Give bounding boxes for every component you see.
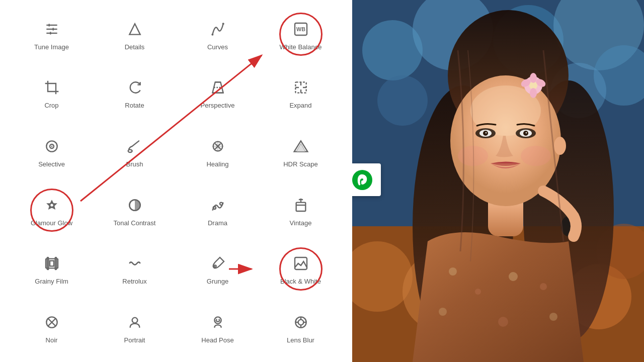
- grunge-label: Grunge: [207, 278, 228, 286]
- lens-blur-icon: [290, 311, 312, 333]
- drama-label: Drama: [208, 219, 227, 227]
- tune-image-label: Tune Image: [34, 43, 69, 51]
- details-icon: [124, 18, 146, 40]
- svg-point-97: [352, 170, 372, 190]
- svg-rect-5: [50, 32, 51, 34]
- tool-selective[interactable]: Selective: [10, 122, 93, 181]
- svg-point-43: [298, 320, 303, 325]
- svg-point-78: [486, 132, 487, 134]
- drama-icon: [207, 194, 229, 216]
- glamour-glow-label: Glamour Glow: [31, 219, 72, 227]
- svg-point-39: [214, 317, 221, 323]
- evernote-icon: [352, 167, 375, 193]
- svg-point-93: [439, 308, 447, 316]
- tool-curves[interactable]: Curves: [176, 5, 259, 64]
- tool-drama[interactable]: Drama: [176, 181, 259, 240]
- svg-point-19: [128, 150, 132, 152]
- svg-point-7: [211, 33, 213, 35]
- healing-icon: [207, 135, 229, 157]
- svg-point-92: [540, 283, 547, 290]
- brush-icon: [124, 135, 146, 157]
- perspective-icon: [207, 76, 229, 99]
- svg-point-79: [526, 132, 527, 134]
- tool-perspective[interactable]: Perspective: [176, 64, 259, 123]
- curves-icon: [207, 18, 229, 40]
- hdr-scape-icon: [290, 135, 312, 157]
- tool-grunge[interactable]: Grunge: [176, 240, 259, 299]
- tools-grid: Tune Image Details Curves WB White: [0, 0, 352, 362]
- svg-point-91: [509, 272, 518, 281]
- expand-icon: [290, 76, 312, 99]
- svg-point-27: [213, 206, 215, 209]
- svg-point-89: [449, 267, 457, 276]
- tool-noir[interactable]: Noir: [10, 298, 93, 357]
- svg-marker-6: [129, 24, 140, 34]
- black-white-icon: [290, 252, 312, 275]
- selective-icon: [41, 135, 63, 157]
- tool-grainy-film[interactable]: Grainy Film: [10, 240, 93, 299]
- tool-brush[interactable]: Brush: [93, 122, 176, 181]
- svg-point-28: [220, 202, 222, 205]
- brush-label: Brush: [126, 160, 143, 168]
- svg-point-81: [521, 146, 551, 166]
- svg-point-40: [216, 319, 217, 320]
- svg-point-88: [530, 88, 537, 98]
- tool-black-white[interactable]: Black & White: [259, 240, 342, 299]
- tool-expand[interactable]: Expand: [259, 64, 342, 123]
- svg-point-8: [222, 23, 224, 25]
- left-panel: Tune Image Details Curves WB White: [0, 0, 352, 362]
- svg-point-18: [51, 146, 52, 147]
- svg-point-82: [554, 137, 566, 155]
- photo-svg: [352, 0, 644, 362]
- tool-glamour-glow[interactable]: Glamour Glow: [10, 181, 93, 240]
- svg-point-38: [132, 318, 137, 323]
- tool-healing[interactable]: Healing: [176, 122, 259, 181]
- rotate-label: Rotate: [125, 102, 144, 110]
- tonal-contrast-icon: [124, 194, 146, 216]
- svg-rect-4: [52, 28, 54, 30]
- tool-lens-blur[interactable]: Lens Blur: [259, 298, 342, 357]
- svg-text:WB: WB: [296, 26, 305, 32]
- svg-point-41: [218, 319, 220, 320]
- lens-blur-label: Lens Blur: [287, 336, 314, 344]
- tool-vintage[interactable]: Vintage: [259, 181, 342, 240]
- tool-tonal-contrast[interactable]: Tonal Contrast: [93, 181, 176, 240]
- svg-point-90: [475, 289, 481, 295]
- svg-point-35: [214, 265, 216, 267]
- tool-retrolux[interactable]: Retrolux: [93, 240, 176, 299]
- expand-label: Expand: [289, 102, 311, 110]
- svg-point-94: [498, 317, 508, 327]
- head-pose-label: Head Pose: [201, 336, 233, 344]
- perspective-label: Perspective: [201, 102, 235, 110]
- white-balance-label: White Balance: [280, 43, 322, 51]
- svg-point-95: [549, 313, 557, 321]
- tool-portrait[interactable]: Portrait: [93, 298, 176, 357]
- tool-rotate[interactable]: Rotate: [93, 64, 176, 123]
- grainy-film-label: Grainy Film: [35, 278, 68, 286]
- portrait-icon: [124, 311, 146, 333]
- selective-label: Selective: [38, 160, 65, 168]
- tool-details[interactable]: Details: [93, 5, 176, 64]
- tonal-contrast-label: Tonal Contrast: [114, 219, 156, 227]
- crop-icon: [41, 76, 63, 99]
- rotate-icon: [124, 76, 146, 99]
- crop-label: Crop: [44, 102, 58, 110]
- tool-white-balance[interactable]: WB White Balance: [259, 5, 342, 64]
- svg-point-87: [530, 73, 537, 83]
- tool-head-pose[interactable]: Head Pose: [176, 298, 259, 357]
- noir-icon: [41, 311, 63, 333]
- vintage-label: Vintage: [290, 219, 312, 227]
- svg-rect-29: [296, 202, 305, 211]
- black-white-label: Black & White: [280, 278, 321, 286]
- evernote-logo: [352, 163, 381, 196]
- svg-rect-3: [48, 24, 50, 26]
- photo-background: [352, 0, 644, 362]
- tool-crop[interactable]: Crop: [10, 64, 93, 123]
- head-pose-icon: [207, 311, 229, 333]
- tool-hdr-scape[interactable]: HDR Scape: [259, 122, 342, 181]
- white-balance-icon: WB: [290, 18, 312, 40]
- svg-point-57: [377, 75, 428, 126]
- vintage-icon: [290, 194, 312, 216]
- noir-label: Noir: [46, 336, 58, 344]
- tool-tune-image[interactable]: Tune Image: [10, 5, 93, 64]
